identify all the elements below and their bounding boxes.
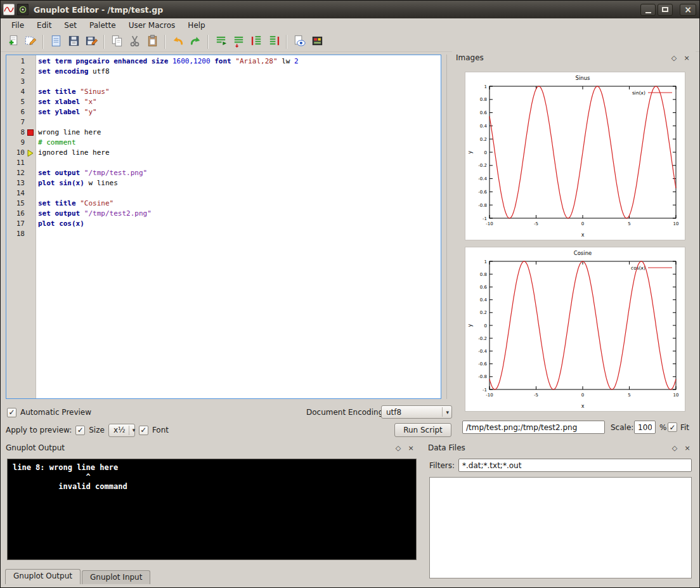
menu-item-set[interactable]: Set <box>58 20 82 31</box>
cut-icon <box>128 34 141 49</box>
size-checkbox[interactable]: ✓ <box>75 426 85 435</box>
svg-text:0: 0 <box>581 393 584 398</box>
scale-input[interactable] <box>634 421 656 434</box>
window-buttons: × <box>640 4 696 16</box>
splitter-vertical-top[interactable] <box>446 55 447 399</box>
code-line: 15set title "Cosine" <box>6 199 441 209</box>
code-line: 13plot sin(x) w lines <box>6 178 441 188</box>
close-panel-icon[interactable]: × <box>682 53 692 63</box>
line-number: 4 <box>6 87 25 97</box>
close-panel-icon[interactable]: × <box>682 443 692 453</box>
svg-text:1: 1 <box>484 84 487 89</box>
code-text: plot cos(x) <box>36 219 84 229</box>
apply-to-preview-label: Apply to preview: <box>6 426 72 434</box>
copy-icon <box>110 34 124 49</box>
error-marker-icon <box>25 127 36 138</box>
toolbar-separator <box>103 35 105 49</box>
terminal-output: line 8: wrong line here ^ invalid comman… <box>7 459 417 560</box>
svg-text:-0.2: -0.2 <box>478 163 487 168</box>
size-scale-combo[interactable]: x½ ▾ <box>108 424 135 437</box>
toolbar-button-save-as[interactable] <box>82 34 100 50</box>
marker-slot <box>25 117 36 127</box>
maximize-button[interactable] <box>658 4 673 16</box>
line-number: 9 <box>6 138 25 148</box>
tab-gnuplot-output[interactable]: Gnuplot Output <box>5 569 81 584</box>
code-lines: 1set term pngcairo enhanced size 1600,12… <box>6 56 441 239</box>
toolbar-button-copy[interactable] <box>108 34 126 50</box>
toolbar-button-paste[interactable] <box>143 34 161 50</box>
font-label: Font <box>152 426 169 434</box>
data-files-titlebar[interactable]: Data Files ◇ × <box>424 441 696 454</box>
output-paths-input[interactable] <box>462 421 605 434</box>
filters-input[interactable] <box>458 459 692 472</box>
toolbar-button-cut[interactable] <box>126 34 143 50</box>
run-script-button[interactable]: Run Script <box>394 423 451 437</box>
code-editor[interactable]: 1set term pngcairo enhanced size 1600,12… <box>6 55 441 399</box>
svg-text:0.8: 0.8 <box>480 272 487 277</box>
document-encoding-combo[interactable]: utf8 ▾ <box>381 405 452 419</box>
svg-text:-1: -1 <box>483 216 487 221</box>
code-line: 1set term pngcairo enhanced size 1600,12… <box>6 56 441 67</box>
toolbar-button-insert-line-below[interactable] <box>230 34 247 50</box>
minimize-icon <box>645 12 651 13</box>
menu-item-palette[interactable]: Palette <box>84 20 122 31</box>
toolbar-button-redo[interactable] <box>186 34 204 50</box>
svg-text:-0.4: -0.4 <box>478 349 487 354</box>
toolbar-button-render-image[interactable] <box>308 34 326 50</box>
tab-gnuplot-input[interactable]: Gnuplot Input <box>82 570 150 584</box>
toolbar-button-preview-output[interactable] <box>290 34 308 50</box>
toolbar-button-indent-more[interactable] <box>247 34 265 50</box>
close-button[interactable]: × <box>680 4 696 16</box>
menu-item-user-macros[interactable]: User Macros <box>123 20 181 31</box>
svg-text:0: 0 <box>484 323 487 329</box>
svg-text:-0.6: -0.6 <box>478 190 487 195</box>
gnuplot-output-panel: Gnuplot Output ◇ × line 8: wrong line he… <box>2 441 420 585</box>
float-panel-icon[interactable]: ◇ <box>670 443 680 453</box>
output-tabs: Gnuplot OutputGnuplot Input <box>5 569 150 584</box>
gnuplot-output-titlebar[interactable]: Gnuplot Output ◇ × <box>2 441 420 454</box>
toolbar-separator <box>42 35 44 49</box>
fit-checkbox[interactable]: ✓ <box>668 422 677 432</box>
toolbar-button-save-file[interactable] <box>65 34 82 50</box>
size-scale-value: x½ <box>113 426 126 434</box>
scale-label: Scale: <box>611 423 633 432</box>
automatic-preview-checkbox[interactable]: ✓ <box>7 408 16 417</box>
toolbar-button-edit-template[interactable] <box>22 34 39 50</box>
svg-text:0.6: 0.6 <box>480 110 488 115</box>
check-icon: ✓ <box>8 408 15 417</box>
images-panel-title: Images <box>456 53 666 62</box>
undo-icon <box>171 34 185 49</box>
float-panel-icon[interactable]: ◇ <box>393 443 403 453</box>
close-panel-icon[interactable]: × <box>406 443 416 453</box>
render-image-icon <box>311 34 324 49</box>
menu-item-edit[interactable]: Edit <box>31 20 57 31</box>
code-line: 3 <box>6 77 441 87</box>
menu-item-help[interactable]: Help <box>182 20 211 31</box>
toolbar-button-undo[interactable] <box>169 34 186 50</box>
line-number: 1 <box>6 56 25 67</box>
marker-slot <box>25 97 36 107</box>
splitter-vertical-bottom[interactable] <box>421 443 422 584</box>
indent-less-icon <box>268 34 281 49</box>
svg-text:0.4: 0.4 <box>480 124 488 129</box>
splitter-horizontal[interactable] <box>1 437 699 441</box>
title-bar[interactable]: Gnuplot Editor - /tmp/test.gp × <box>1 1 699 18</box>
toolbar-button-indent-less[interactable] <box>265 34 283 50</box>
percent-label: % <box>659 423 666 432</box>
save-file-icon <box>67 34 81 49</box>
images-panel-titlebar[interactable]: Images ◇ × <box>452 51 696 64</box>
menu-item-file[interactable]: File <box>6 20 30 31</box>
toolbar-button-open-file[interactable] <box>47 34 65 50</box>
line-number: 15 <box>6 199 25 209</box>
font-checkbox[interactable]: ✓ <box>139 426 148 435</box>
toolbar-button-new-file[interactable] <box>4 34 22 50</box>
line-number: 2 <box>6 67 25 77</box>
redo-icon <box>189 34 202 49</box>
toolbar-button-insert-line-above[interactable] <box>212 34 230 50</box>
line-number: 17 <box>6 219 25 229</box>
data-files-list[interactable] <box>429 477 692 578</box>
minimize-button[interactable] <box>640 4 656 16</box>
code-text: set encoding utf8 <box>36 67 110 77</box>
new-file-icon <box>6 34 20 49</box>
float-panel-icon[interactable]: ◇ <box>669 53 679 63</box>
